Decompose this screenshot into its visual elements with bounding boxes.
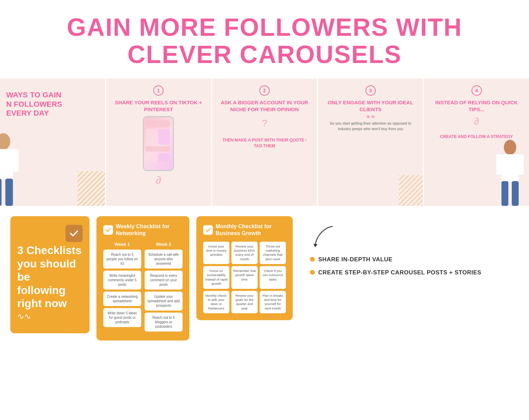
carousel-card-2: 2 ASK A BIGGER ACCOUNT IN YOUR NICHE FOR… <box>212 78 318 206</box>
week2-header: Week 2 <box>145 242 183 247</box>
carousel-card-4: 4 INSTEAD OF RELYING ON QUICK TIPS... ∂ … <box>424 78 529 206</box>
card-4-number: 4 <box>471 85 482 96</box>
header: GAIN MORE FOLLOWERS WITH CLEVER CAROUSEL… <box>0 0 529 78</box>
week2-item-2: Respond to every comment on your posts <box>145 271 183 290</box>
monthly-item-9: Plan in breaks and time for yourself for… <box>260 291 286 313</box>
weekly-checklist-header: Weekly Checklist for Networking <box>103 223 183 236</box>
weekly-check-icon <box>103 225 113 235</box>
monthly-item-5: Remember that growth takes time <box>231 266 258 288</box>
svg-rect-1 <box>0 149 13 179</box>
bullet-dot-1 <box>310 257 315 262</box>
svg-rect-20 <box>501 181 508 206</box>
bullet-text-1: SHARE IN-DEPTH VALUE <box>318 256 393 263</box>
svg-rect-7 <box>77 171 105 206</box>
week1-item-1: Reach out to 5 people you follow on IG <box>103 250 141 269</box>
monthly-checklist-header: Monthly Checklist for Business Growth <box>203 223 286 236</box>
svg-rect-12 <box>146 153 157 162</box>
bullet-item-2: CREATE STEP-BY-STEP CAROUSEL POSTS + STO… <box>310 269 519 276</box>
card-0-title: WAYS TO GAIN N FOLLOWERS EVERY DAY <box>6 91 99 118</box>
week1-item-2: Write meaningful comments under 5 posts <box>103 271 141 290</box>
bullet-dot-2 <box>310 270 315 275</box>
monthly-item-2: Review your business KPIs every end of m… <box>231 242 258 264</box>
phone-mockup <box>143 116 174 171</box>
card-2-number: 2 <box>259 85 270 96</box>
week2-item-4: Reach out to 5 bloggers or podcasters <box>145 313 183 332</box>
card-2-title: ASK A BIGGER ACCOUNT IN YOUR NICHE FOR T… <box>218 99 311 113</box>
card-3-body: So you start getting their attention as … <box>324 121 417 132</box>
dots-decor <box>367 115 374 118</box>
bullet-text-2: CREATE STEP-BY-STEP CAROUSEL POSTS + STO… <box>318 269 481 276</box>
bottom-row: 3 Checklists you should be following rig… <box>0 216 529 340</box>
weekly-checklist-card: Weekly Checklist for Networking Week 1 R… <box>96 216 189 340</box>
woman-figure <box>0 130 24 206</box>
checkmark-icon <box>65 225 83 242</box>
svg-rect-18 <box>496 154 503 175</box>
monthly-item-3: Throw out marketing channels that don't … <box>260 242 286 264</box>
weekly-cols: Week 1 Reach out to 5 people you follow … <box>103 242 183 334</box>
right-column: SHARE IN-DEPTH VALUE CREATE STEP-BY-STEP… <box>303 216 519 282</box>
svg-rect-8 <box>146 120 170 127</box>
weekly-checklist-title: Weekly Checklist for Networking <box>116 223 183 236</box>
question-mark-decor: ? <box>262 118 267 129</box>
card-1-title: SHARE YOUR REELS ON TIKTOK + PINTEREST <box>112 99 205 113</box>
monthly-check-svg <box>205 227 211 233</box>
svg-marker-22 <box>313 244 318 247</box>
svg-rect-17 <box>501 154 519 182</box>
card-2-subtitle: THEN MAKE A POST WITH THEIR QUOTE - TAG … <box>218 137 311 149</box>
monthly-item-1: Invest your time in money activities <box>203 242 229 264</box>
phone-screen <box>144 117 173 170</box>
svg-rect-15 <box>399 175 423 206</box>
bullet-item-1: SHARE IN-DEPTH VALUE <box>310 256 519 263</box>
svg-point-16 <box>504 140 516 155</box>
svg-rect-9 <box>146 129 157 145</box>
card-4-decor: ∂ <box>474 116 479 127</box>
week1-col: Week 1 Reach out to 5 people you follow … <box>103 242 141 334</box>
week1-item-4: Write down 5 ideas for guest posts or po… <box>103 308 141 327</box>
carousel-card-1: 1 SHARE YOUR REELS ON TIKTOK + PINTEREST… <box>106 78 212 206</box>
checklist-promo-card: 3 Checklists you should be following rig… <box>10 216 90 333</box>
monthly-checklist-title: Monthly Checklist for Business Growth <box>216 223 286 236</box>
carousel-card-0: WAYS TO GAIN N FOLLOWERS EVERY DAY <box>0 78 106 206</box>
svg-rect-10 <box>158 129 170 145</box>
svg-point-0 <box>0 133 10 150</box>
svg-rect-5 <box>6 179 13 206</box>
carousel-card-3: 3 ONLY ENGAGE WITH YOUR IDEAL CLIENTS So… <box>318 78 424 206</box>
week2-item-1: Schedule a call with anyone who answered <box>145 250 183 269</box>
swirl-decor: ∂ <box>156 175 161 186</box>
monthly-item-6: Check if you can outsource tasks <box>260 266 286 288</box>
svg-rect-3 <box>11 149 19 172</box>
svg-rect-11 <box>146 146 170 151</box>
monthly-item-7: Monthly check-in with your team or freel… <box>203 291 229 313</box>
week1-header: Week 1 <box>103 242 141 247</box>
checklist-promo-text: 3 Checklists you should be following rig… <box>17 244 83 310</box>
check-icon-svg <box>105 227 111 233</box>
card-4-woman <box>491 137 529 206</box>
stripe-decor <box>77 171 105 206</box>
check-svg <box>69 228 79 239</box>
svg-rect-4 <box>0 179 2 206</box>
card-3-title: ONLY ENGAGE WITH YOUR IDEAL CLIENTS <box>324 99 417 113</box>
card-3-stripes <box>399 175 423 206</box>
card-3-number: 3 <box>365 85 376 96</box>
curved-arrow <box>310 223 338 251</box>
week2-item-3: Update your spreadsheet and add prospect… <box>145 292 183 311</box>
svg-rect-21 <box>512 181 519 206</box>
carousel-strip: WAYS TO GAIN N FOLLOWERS EVERY DAY <box>0 78 529 206</box>
week1-item-3: Create a networking spreadsheet <box>103 292 141 306</box>
svg-rect-19 <box>517 154 524 175</box>
squiggle-decor: ∿∿ <box>17 312 83 321</box>
monthly-check-icon <box>203 225 213 235</box>
monthly-checklist-card: Monthly Checklist for Business Growth In… <box>196 216 293 320</box>
week2-col: Week 2 Schedule a call with anyone who a… <box>145 242 183 334</box>
monthly-item-8: Review your goals for the quarter and ye… <box>231 291 258 313</box>
monthly-grid: Invest your time in money activities Rev… <box>203 242 286 313</box>
headline: GAIN MORE FOLLOWERS WITH CLEVER CAROUSEL… <box>7 14 522 68</box>
svg-rect-13 <box>158 153 170 162</box>
card-4-title: INSTEAD OF RELYING ON QUICK TIPS... <box>430 99 523 113</box>
card-1-number: 1 <box>153 85 164 96</box>
monthly-item-4: Focus on sustainability instead of rapid… <box>203 266 229 288</box>
phone-content <box>144 117 172 165</box>
